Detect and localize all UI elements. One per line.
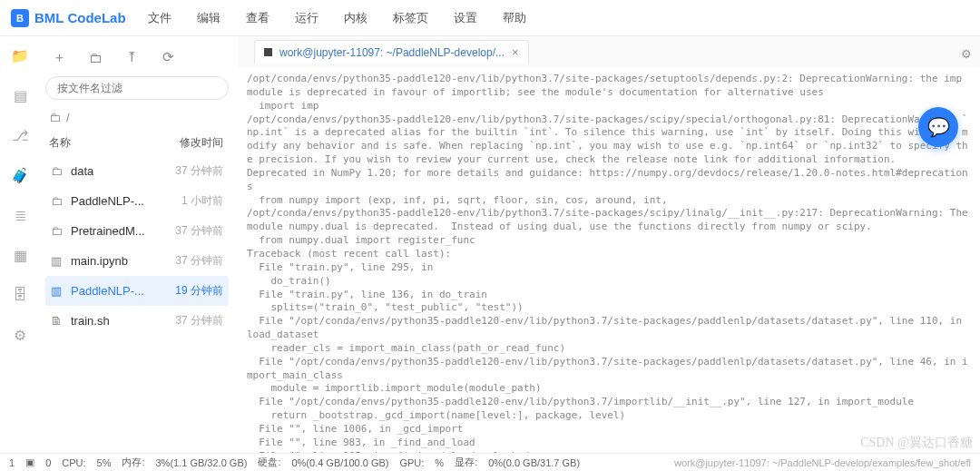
menu-run[interactable]: 运行 xyxy=(295,10,318,26)
status-bar: 1 ▣ 0 CPU: 5% 内存: 3%(1.1 GB/32.0 GB) 硬盘:… xyxy=(0,453,980,471)
file-row[interactable]: 🗀PretrainedM...37 分钟前 xyxy=(45,216,229,246)
chat-icon: 💬 xyxy=(927,116,950,138)
tab-bar: work@jupyter-11097: ~/PaddleNLP-develop/… xyxy=(238,36,980,67)
terminal-output[interactable]: /opt/conda/envs/python35-paddle120-env/l… xyxy=(238,67,980,453)
menu-settings[interactable]: 设置 xyxy=(454,10,477,26)
file-browser: ＋ 🗀 ⤒ ⟳ 🗀 / 名称 修改时间 🗀data37 分钟前🗀PaddleNL… xyxy=(40,36,238,453)
settings-icon[interactable]: ⚙ xyxy=(11,327,29,343)
file-type-icon: ▥ xyxy=(49,284,64,298)
col-name[interactable]: 名称 xyxy=(49,135,71,151)
file-columns: 名称 修改时间 xyxy=(45,130,229,156)
cpu-label: CPU: xyxy=(62,457,85,468)
brand-text: BML CodeLab xyxy=(34,10,126,25)
file-type-icon: 🗀 xyxy=(49,164,64,178)
terminal-icon xyxy=(264,48,272,56)
file-list: 🗀data37 分钟前🗀PaddleNLP-...1 小时前🗀Pretraine… xyxy=(45,156,229,336)
top-menu-bar: B BML CodeLab 文件 编辑 查看 运行 内核 标签页 设置 帮助 xyxy=(0,0,980,36)
menu-edit[interactable]: 编辑 xyxy=(197,10,220,26)
new-file-icon[interactable]: ＋ xyxy=(51,49,67,65)
file-row[interactable]: ▥main.ipynb37 分钟前 xyxy=(45,246,229,276)
file-name: train.sh xyxy=(71,314,110,328)
mem-label: 内存: xyxy=(122,456,144,469)
files-icon[interactable]: 📁 xyxy=(11,47,29,64)
file-row[interactable]: 🗀data37 分钟前 xyxy=(45,156,229,186)
logo-icon: B xyxy=(11,9,29,27)
file-type-icon: ▥ xyxy=(49,254,64,268)
menu-file[interactable]: 文件 xyxy=(148,10,172,26)
vram-value: 0%(0.0 GB/31.7 GB) xyxy=(488,457,580,468)
status-term-count: 0 xyxy=(45,457,51,468)
upload-icon[interactable]: ⤒ xyxy=(123,49,140,65)
file-type-icon: 🗀 xyxy=(49,224,64,238)
tab-title: work@jupyter-11097: ~/PaddleNLP-develop/… xyxy=(279,46,505,59)
menu-kernel[interactable]: 内核 xyxy=(344,10,368,26)
menu-tabs[interactable]: 标签页 xyxy=(393,10,428,26)
file-mtime: 37 分钟前 xyxy=(175,223,223,239)
refresh-icon[interactable]: ⟳ xyxy=(160,49,176,65)
status-count: 1 xyxy=(9,457,15,468)
file-row[interactable]: 🗎train.sh37 分钟前 xyxy=(45,306,229,336)
menu-help[interactable]: 帮助 xyxy=(503,10,526,26)
disk-label: 硬盘: xyxy=(258,456,280,469)
chat-fab[interactable]: 💬 xyxy=(918,107,958,147)
disk-value: 0%(0.4 GB/100.0 GB) xyxy=(291,457,388,468)
file-mtime: 37 分钟前 xyxy=(175,163,223,179)
new-folder-icon[interactable]: 🗀 xyxy=(87,49,103,65)
db-icon[interactable]: 🗄 xyxy=(11,287,29,303)
tab-close-icon[interactable]: × xyxy=(512,45,519,59)
gpu-label: GPU: xyxy=(399,457,424,468)
brand-logo: B BML CodeLab xyxy=(11,9,126,27)
file-type-icon: 🗎 xyxy=(49,314,64,328)
path-text: / xyxy=(66,111,70,124)
gpu-value: % xyxy=(435,457,444,468)
file-toolbar: ＋ 🗀 ⤒ ⟳ xyxy=(45,44,229,76)
file-mtime: 1 小时前 xyxy=(181,193,223,209)
col-mtime[interactable]: 修改时间 xyxy=(180,135,223,151)
status-right: work@jupyter-11097: ~/PaddleNLP-develop/… xyxy=(674,457,971,468)
running-icon[interactable]: ▤ xyxy=(11,87,29,103)
activity-bar: 📁 ▤ ⎇ 🧳 ≣ ▦ 🗄 ⚙ xyxy=(0,36,40,453)
settings-gear[interactable]: ⚙ xyxy=(956,44,976,64)
apps-icon[interactable]: ▦ xyxy=(11,247,29,263)
folder-icon: 🗀 xyxy=(49,111,61,124)
package-icon[interactable]: 🧳 xyxy=(11,167,29,183)
file-name: PaddleNLP-... xyxy=(71,284,144,298)
file-mtime: 19 分钟前 xyxy=(175,283,223,299)
vram-label: 显存: xyxy=(455,456,477,469)
cpu-value: 5% xyxy=(97,457,112,468)
git-icon[interactable]: ⎇ xyxy=(11,127,29,143)
mem-value: 3%(1.1 GB/32.0 GB) xyxy=(156,457,248,468)
file-row[interactable]: ▥PaddleNLP-...19 分钟前 xyxy=(45,276,229,306)
file-mtime: 37 分钟前 xyxy=(175,253,223,269)
file-row[interactable]: 🗀PaddleNLP-...1 小时前 xyxy=(45,186,229,216)
status-terminal-icon: ▣ xyxy=(25,456,34,468)
menu-view[interactable]: 查看 xyxy=(246,10,270,26)
tab-terminal[interactable]: work@jupyter-11097: ~/PaddleNLP-develop/… xyxy=(254,40,529,64)
breadcrumb[interactable]: 🗀 / xyxy=(49,111,229,124)
file-mtime: 37 分钟前 xyxy=(175,313,223,329)
menu-list: 文件 编辑 查看 运行 内核 标签页 设置 帮助 xyxy=(148,10,526,26)
file-name: data xyxy=(71,164,93,178)
watermark: CSDN @翼达口香糖 xyxy=(860,435,973,451)
file-name: PaddleNLP-... xyxy=(71,194,144,208)
list-icon[interactable]: ≣ xyxy=(11,207,29,223)
editor-area: work@jupyter-11097: ~/PaddleNLP-develop/… xyxy=(238,36,980,453)
file-type-icon: 🗀 xyxy=(49,194,64,208)
file-name: main.ipynb xyxy=(71,254,128,268)
file-name: PretrainedM... xyxy=(71,224,145,238)
file-filter-input[interactable] xyxy=(45,76,229,100)
